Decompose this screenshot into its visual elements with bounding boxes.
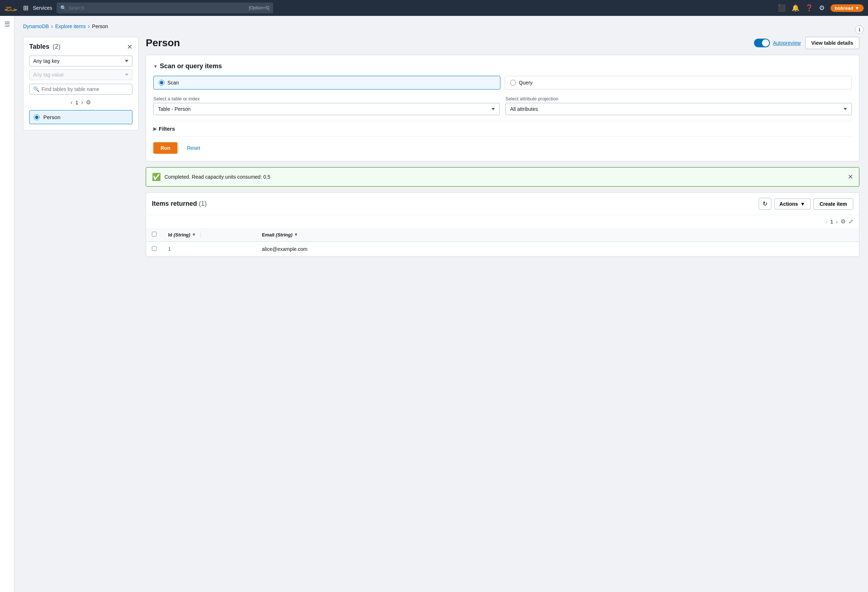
- table-radio-person[interactable]: [34, 114, 40, 120]
- row-email-cell: alice@example.com: [256, 242, 859, 257]
- projection-label: Select attribute projection: [505, 96, 852, 101]
- data-table: Id (String) ▼ Email (String) ▼: [146, 228, 859, 257]
- tag-value-select[interactable]: Any tag value: [29, 69, 132, 80]
- items-expand-icon[interactable]: ⤢: [849, 218, 853, 225]
- nav-icons: ⬛ 🔔 ❓ ⚙ bobread ▼: [778, 4, 864, 12]
- table-header-row: Id (String) ▼ Email (String) ▼: [146, 228, 859, 242]
- table-index-label: Select a table or index: [154, 96, 500, 101]
- breadcrumb-sep-2: ›: [88, 23, 90, 30]
- search-shortcut: [Option+S]: [249, 5, 270, 10]
- bell-icon[interactable]: 🔔: [791, 4, 799, 12]
- query-radio[interactable]: [510, 80, 516, 86]
- scan-query-options: Scan Query: [154, 76, 852, 90]
- row-checkbox[interactable]: [152, 246, 156, 251]
- create-item-button[interactable]: Create item: [813, 198, 853, 210]
- table-search-input[interactable]: [41, 86, 128, 92]
- toggle-knob: [762, 39, 769, 47]
- reset-button[interactable]: Reset: [181, 142, 206, 154]
- view-table-details-button[interactable]: View table details: [805, 37, 859, 49]
- row-id-cell: 1: [162, 242, 256, 257]
- items-next-button[interactable]: ›: [836, 219, 838, 225]
- select-all-checkbox[interactable]: [152, 232, 156, 237]
- tag-key-select[interactable]: Any tag key: [29, 56, 132, 67]
- toggle-switch[interactable]: [754, 38, 770, 47]
- table-search-box[interactable]: 🔍: [29, 84, 132, 95]
- th-divider: [200, 231, 201, 238]
- autopreview-toggle[interactable]: Autopreview: [754, 38, 800, 47]
- items-page-num: 1: [831, 219, 833, 225]
- query-option[interactable]: Query: [505, 76, 852, 90]
- terminal-icon[interactable]: ⬛: [778, 4, 786, 12]
- grid-icon[interactable]: ⊞: [23, 4, 28, 12]
- filters-row[interactable]: ▶ Filters: [154, 121, 852, 136]
- pagination-settings-icon[interactable]: ⚙: [86, 99, 91, 106]
- breadcrumb-dynamodb[interactable]: DynamoDB: [23, 24, 49, 29]
- row-checkbox-cell: [146, 242, 162, 257]
- aws-logo[interactable]: aws: [4, 4, 17, 12]
- settings-icon[interactable]: ⚙: [819, 4, 825, 12]
- items-prev-button[interactable]: ‹: [826, 219, 828, 225]
- filters-expand-icon: ▶: [154, 126, 156, 132]
- row-id-link[interactable]: 1: [168, 246, 171, 252]
- items-settings-icon[interactable]: ⚙: [841, 218, 846, 225]
- success-icon: ✅: [152, 173, 161, 181]
- hamburger-icon[interactable]: ☰: [4, 20, 10, 28]
- sidebar-toggle[interactable]: ☰: [0, 16, 15, 592]
- success-banner: ✅ Completed. Read capacity units consume…: [146, 167, 859, 186]
- items-title: Items returned (1): [152, 200, 207, 207]
- breadcrumb: DynamoDB › Explore items › Person: [23, 23, 859, 30]
- th-checkbox: [146, 228, 162, 242]
- items-header: Items returned (1) ↻ Actions ▼ Create it…: [146, 193, 859, 215]
- run-button[interactable]: Run: [154, 142, 177, 154]
- tables-close-button[interactable]: ✕: [127, 44, 132, 50]
- tables-pagination: ‹ 1 › ⚙: [29, 99, 132, 106]
- items-panel: Items returned (1) ↻ Actions ▼ Create it…: [146, 192, 859, 257]
- page-title: Person: [146, 37, 180, 49]
- table-row: 1 alice@example.com: [146, 242, 859, 257]
- autopreview-label[interactable]: Autopreview: [773, 40, 800, 46]
- id-sort-icon[interactable]: ▼: [192, 232, 196, 237]
- filters-label: Filters: [159, 126, 175, 132]
- actions-chevron-icon: ▼: [800, 201, 805, 207]
- email-sort-icon[interactable]: ▼: [294, 232, 298, 237]
- items-pagination: ‹ 1 › ⚙ ⤢: [146, 215, 859, 228]
- next-page-button[interactable]: ›: [81, 99, 83, 106]
- prev-page-button[interactable]: ‹: [71, 99, 72, 106]
- success-message: Completed. Read capacity units consumed:…: [164, 174, 270, 180]
- dismiss-button[interactable]: ✕: [848, 174, 853, 180]
- info-icon[interactable]: ℹ: [855, 25, 864, 34]
- table-index-select[interactable]: Table - Person: [154, 103, 500, 115]
- actions-dropdown-button[interactable]: Actions ▼: [774, 198, 810, 209]
- services-nav[interactable]: Services: [33, 5, 52, 11]
- refresh-button[interactable]: ↻: [759, 198, 771, 210]
- success-content: ✅ Completed. Read capacity units consume…: [152, 173, 270, 181]
- projection-select[interactable]: All attributes: [505, 103, 852, 115]
- table-item-person[interactable]: Person: [29, 110, 132, 124]
- search-input[interactable]: [69, 5, 249, 11]
- help-icon[interactable]: ❓: [805, 4, 813, 12]
- content-header: Person Autopreview View table details: [146, 37, 859, 49]
- th-id: Id (String) ▼: [162, 228, 256, 242]
- tables-panel: Tables (2) ✕ Any tag key Any tag value 🔍…: [23, 37, 139, 130]
- user-menu[interactable]: bobread ▼: [831, 4, 864, 12]
- scan-option[interactable]: Scan: [154, 76, 500, 90]
- table-body: 1 alice@example.com: [146, 242, 859, 257]
- header-actions: Autopreview View table details: [754, 37, 859, 49]
- breadcrumb-current: Person: [92, 24, 108, 29]
- svg-text:aws: aws: [6, 6, 12, 9]
- items-actions: ↻ Actions ▼ Create item: [759, 198, 853, 210]
- username: bobread: [835, 5, 853, 11]
- scan-panel-title: ▼ Scan or query items: [154, 62, 852, 70]
- top-navigation: aws ⊞ Services 🔍 [Option+S] ⬛ 🔔 ❓ ⚙ bobr…: [0, 0, 868, 16]
- scan-panel: ▼ Scan or query items Scan Query: [146, 55, 859, 161]
- breadcrumb-sep-1: ›: [51, 23, 53, 30]
- search-bar[interactable]: 🔍 [Option+S]: [57, 3, 273, 13]
- search-icon: 🔍: [33, 86, 39, 92]
- breadcrumb-explore[interactable]: Explore items: [55, 24, 86, 29]
- tables-title: Tables (2): [29, 43, 61, 50]
- page-number: 1: [75, 100, 78, 105]
- scan-actions-row: Run Reset: [154, 142, 852, 154]
- scan-radio[interactable]: [159, 80, 164, 86]
- content-area: Person Autopreview View table details: [146, 37, 859, 257]
- page-body: Tables (2) ✕ Any tag key Any tag value 🔍…: [23, 37, 859, 257]
